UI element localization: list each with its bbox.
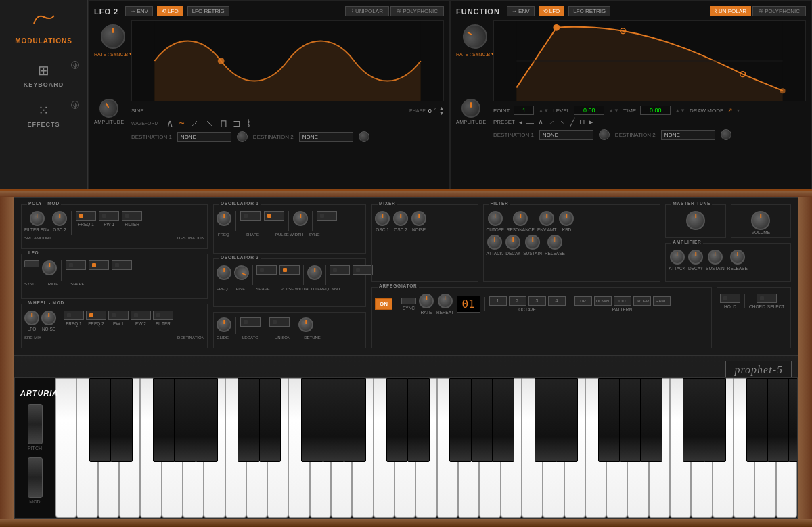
lfo2-wave-sawtooth[interactable]: ⟍ (205, 118, 215, 129)
lfo2-unipolar-btn[interactable]: ⌇ UNIPOLAR (345, 6, 389, 16)
arp-order-btn[interactable]: ORDER (633, 296, 651, 306)
master-tune-knob[interactable] (686, 211, 705, 230)
lfo2-dest1-select[interactable]: NONE (177, 132, 231, 142)
filter-kbd-knob[interactable] (559, 211, 574, 226)
amp-decay-knob[interactable] (688, 250, 703, 265)
hold-btn[interactable] (720, 294, 740, 303)
amp-sustain-knob[interactable] (708, 250, 723, 265)
poly-mod-filter-btn[interactable] (122, 211, 142, 221)
osc1-pw-knob[interactable] (293, 211, 308, 226)
lfo2-wave-square[interactable]: ⊓ (220, 118, 227, 129)
osc2-fine-knob[interactable] (231, 262, 252, 283)
key-ds5[interactable] (704, 378, 726, 462)
wheel-mod-noise-knob[interactable] (41, 311, 56, 325)
chord-btn[interactable] (757, 294, 777, 303)
arp-oct4-btn[interactable]: 4 (548, 296, 566, 306)
filter-envamt-knob[interactable] (539, 211, 554, 226)
key-cs3[interactable] (386, 378, 409, 462)
key-as4[interactable] (640, 378, 662, 462)
func-drawmode-value[interactable]: ↗ (727, 107, 733, 114)
lfo2-amplitude-knob[interactable] (96, 95, 122, 121)
filter-decay-knob[interactable] (505, 235, 520, 250)
poly-mod-freq1-btn[interactable] (76, 211, 96, 221)
key-cs1[interactable] (89, 378, 112, 462)
lfo2-dest2-knob[interactable] (359, 131, 369, 142)
key-fs3[interactable] (449, 378, 472, 462)
lfo-sync-toggle[interactable] (24, 260, 39, 267)
key-ds2[interactable] (259, 378, 281, 462)
lfo2-phase-steppers[interactable]: ▲ ▼ (439, 106, 444, 116)
osc1-sync-btn[interactable] (317, 211, 337, 221)
key-ds4[interactable] (556, 378, 578, 462)
wheel-pw2-btn[interactable] (131, 311, 151, 320)
mixer-osc2-knob[interactable] (393, 211, 408, 226)
func-lfo-btn[interactable]: ⟲ LFO (539, 6, 565, 16)
lfo-shape2-btn[interactable] (89, 260, 109, 270)
lfo2-wave-sine[interactable]: ~ (179, 118, 184, 129)
key-gs5[interactable] (767, 378, 790, 462)
unison-btn[interactable] (269, 317, 290, 327)
func-point-input[interactable] (514, 106, 534, 115)
lfo2-wave-random[interactable]: ⌇ (246, 118, 251, 129)
key-ds1[interactable] (110, 378, 133, 462)
lfo-shape3-btn[interactable] (112, 260, 132, 270)
arp-rate-knob[interactable] (419, 294, 434, 308)
func-dest1-select[interactable]: NONE (539, 130, 593, 140)
arp-oct3-btn[interactable]: 3 (528, 296, 546, 306)
key-as2[interactable] (344, 378, 366, 462)
poly-mod-filter-env-knob[interactable] (30, 211, 45, 226)
arp-repeat-knob[interactable] (438, 294, 453, 308)
detune-knob[interactable] (298, 317, 313, 332)
lfo-rate-knob[interactable] (42, 260, 57, 275)
osc1-freq-knob[interactable] (217, 211, 231, 226)
arp-up-btn[interactable]: UP (574, 296, 592, 306)
arp-down-btn[interactable]: DOWN (594, 296, 612, 306)
key-fs2[interactable] (301, 378, 323, 462)
arp-ud-btn[interactable]: U/D (614, 296, 631, 306)
poly-mod-pw1-btn[interactable] (99, 211, 119, 221)
osc2-kbd-btn[interactable] (353, 265, 373, 275)
keyboard-power-btn[interactable]: ⏻ (71, 61, 79, 69)
key-as3[interactable] (492, 378, 514, 462)
filter-sustain-knob[interactable] (525, 235, 540, 250)
arp-sync-toggle[interactable] (401, 298, 416, 304)
func-preset-rtri[interactable]: ⟋ (547, 118, 555, 127)
key-gs4[interactable] (619, 378, 641, 462)
lfo-shape1-btn[interactable] (66, 260, 86, 270)
func-retrig-btn[interactable]: LFO RETRIG (568, 6, 610, 16)
sidebar-item-effects[interactable]: ⏻ ⁙ EFFECTS (0, 95, 87, 135)
lfo2-wave-triangle[interactable]: ∧ (166, 118, 173, 129)
arp-on-btn[interactable]: ON (375, 298, 392, 310)
key-c1[interactable] (55, 378, 76, 518)
wheel-freq2-btn[interactable] (86, 311, 106, 320)
mod-wheel[interactable] (28, 457, 43, 498)
amp-attack-knob[interactable] (670, 250, 685, 265)
func-preset-prev[interactable]: ◂ (519, 118, 522, 126)
func-preset-sq[interactable]: ⊓ (579, 118, 585, 127)
arp-rand-btn[interactable]: RAND (653, 296, 671, 306)
func-env-btn[interactable]: → ENV (507, 6, 535, 16)
lfo2-phase-down[interactable]: ▼ (439, 111, 444, 116)
filter-release-knob[interactable] (547, 235, 562, 250)
func-rate-knob[interactable] (458, 20, 491, 53)
wheel-freq1-btn[interactable] (64, 311, 84, 320)
key-fs1[interactable] (153, 378, 175, 462)
lfo2-dest2-select[interactable]: NONE (299, 132, 353, 142)
lfo2-poly-btn[interactable]: ≋ POLYPHONIC (390, 6, 444, 16)
glide-knob[interactable] (217, 317, 231, 332)
func-preset-tri[interactable]: ∧ (538, 118, 543, 127)
lfo2-dest1-knob[interactable] (237, 131, 248, 142)
lfo2-lfo-btn[interactable]: ⟲ LFO (157, 6, 183, 16)
func-preset-ramp[interactable]: ╱ (570, 118, 575, 127)
key-cs5[interactable] (683, 378, 705, 462)
key-gs2[interactable] (323, 378, 345, 462)
func-level-input[interactable] (574, 106, 604, 115)
func-dest2-select[interactable]: NONE (661, 130, 715, 140)
filter-attack-knob[interactable] (487, 235, 502, 250)
key-as1[interactable] (196, 378, 218, 462)
lfo2-phase-up[interactable]: ▲ (439, 106, 444, 110)
key-ds3[interactable] (407, 378, 430, 462)
func-dest2-knob[interactable] (721, 129, 731, 140)
amp-release-knob[interactable] (730, 250, 745, 265)
wheel-filter-btn[interactable] (153, 311, 173, 320)
